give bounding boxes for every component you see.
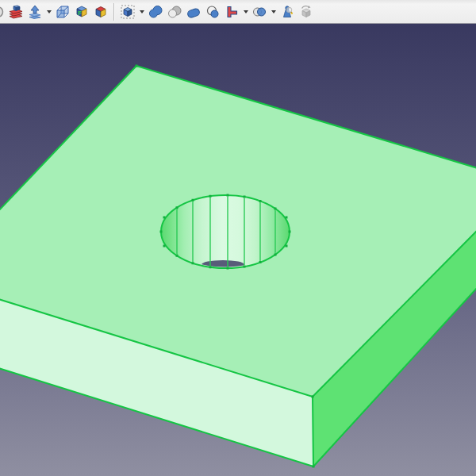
clipped-icon[interactable]: [0, 2, 6, 21]
split-dropdown-arrow[interactable]: [270, 2, 277, 21]
toolbar: F: [0, 0, 476, 24]
offset-icon[interactable]: [26, 2, 44, 21]
check-geometry-icon[interactable]: [278, 2, 296, 21]
colored-cube-glyph: [94, 5, 108, 19]
offset-glyph: [28, 5, 42, 19]
boolean-cut-icon[interactable]: [166, 2, 183, 21]
shape-builder-icon[interactable]: [54, 2, 71, 21]
freecad-window: F: [0, 0, 476, 476]
shape-builder-glyph: [56, 5, 70, 19]
split-glyph: [252, 5, 267, 19]
boolean-union-icon[interactable]: [147, 2, 164, 21]
offset-dropdown-arrow[interactable]: [45, 2, 52, 21]
boolean-common-glyph: [186, 5, 201, 19]
join-dropdown-arrow[interactable]: [242, 2, 249, 21]
hole[interactable]: [161, 195, 290, 269]
compound-glyph: [121, 5, 135, 19]
check-geometry-glyph: [280, 5, 294, 19]
compound-icon[interactable]: [119, 2, 136, 21]
defeaturing-glyph: [299, 5, 313, 19]
clipped-icon-glyph: [0, 5, 5, 19]
3d-viewport[interactable]: [0, 24, 476, 476]
join-connect-icon[interactable]: [223, 2, 240, 21]
defeaturing-icon: [298, 2, 315, 21]
box-letter-f-glyph: F: [75, 5, 89, 19]
split-icon[interactable]: [251, 2, 268, 21]
boolean-section-icon[interactable]: [204, 2, 221, 21]
box-letter-f-icon[interactable]: F: [73, 2, 90, 21]
boolean-union-glyph: [148, 5, 163, 19]
boolean-cut-glyph: [167, 5, 182, 19]
join-connect-glyph: [225, 5, 239, 19]
svg-text:F: F: [78, 10, 82, 17]
colored-cube-icon[interactable]: [92, 2, 109, 21]
compound-dropdown-arrow[interactable]: [138, 2, 145, 21]
toolbar-separator: [113, 3, 115, 21]
boolean-section-glyph: [205, 5, 220, 19]
boolean-common-icon[interactable]: [185, 2, 202, 21]
cross-sections-glyph: [9, 5, 23, 19]
cross-sections-icon[interactable]: [7, 2, 25, 21]
